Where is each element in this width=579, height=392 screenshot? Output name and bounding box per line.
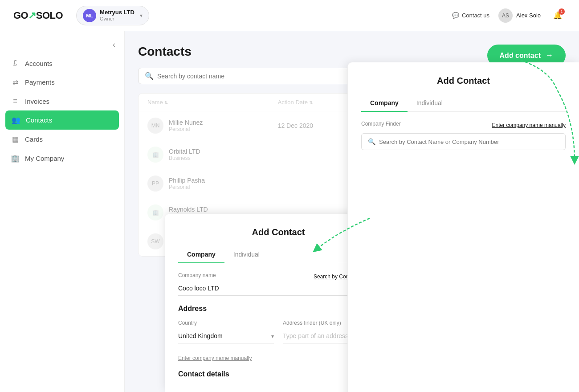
chat-icon: 💬	[452, 12, 459, 19]
contacts-icon: 👥	[12, 116, 20, 124]
sidebar-item-accounts[interactable]: £ Accounts	[0, 54, 124, 73]
modal-right-tabs: Company Individual	[361, 95, 566, 112]
search-icon: 🔍	[145, 72, 154, 80]
company-icon: 🏢	[11, 154, 20, 163]
avatar: AS	[498, 8, 513, 23]
enter-company-manually-link[interactable]: Enter company name manually	[492, 122, 566, 128]
company-finder-search: 🔍	[361, 133, 566, 150]
company-finder-label: Company Finder	[361, 121, 401, 127]
modal-right-tab-individual[interactable]: Individual	[408, 95, 452, 111]
sidebar-item-payments[interactable]: ⇄ Payments	[0, 73, 124, 92]
company-name-label: Company name	[178, 272, 216, 278]
country-select[interactable]: United Kingdom	[178, 329, 274, 343]
country-label: Country	[178, 320, 274, 326]
company-name: Metryus LTD	[100, 9, 135, 16]
main-content: Contacts Add contact → 🔍 All Personal Bu…	[125, 31, 579, 392]
nav-right: 💬 Contact us AS Alex Solo 🔔 1	[452, 8, 566, 24]
modal-left-tab-individual[interactable]: Individual	[224, 246, 269, 263]
sidebar-item-cards[interactable]: ▦ Cards	[0, 130, 124, 149]
modal-left-tab-company[interactable]: Company	[178, 246, 224, 263]
sidebar-item-my-company[interactable]: 🏢 My Company	[0, 149, 124, 168]
sidebar-collapse-button[interactable]: ‹	[0, 40, 124, 54]
cards-icon: ▦	[11, 135, 20, 143]
modal-right-title: Add Contact	[361, 76, 566, 86]
user-name: Alex Solo	[516, 12, 541, 19]
app-layout: ‹ £ Accounts ⇄ Payments ≡ Invoices 👥 Con…	[0, 31, 579, 392]
arrow-right-icon: →	[545, 51, 553, 60]
user-info[interactable]: AS Alex Solo	[498, 8, 541, 23]
contact-us-button[interactable]: 💬 Contact us	[452, 12, 489, 19]
chevron-down-icon: ▾	[140, 12, 143, 19]
modal-right-tab-company[interactable]: Company	[361, 95, 408, 112]
country-group: Country United Kingdom ▾	[178, 320, 274, 343]
search-icon: 🔍	[368, 138, 375, 145]
collapse-icon: ‹	[113, 40, 115, 49]
pound-icon: £	[11, 59, 20, 67]
logo: GO↗SOLO	[13, 10, 63, 21]
navbar: GO↗SOLO ML Metryus LTD Owner ▾ 💬 Contact…	[0, 0, 579, 31]
company-finder-input[interactable]	[379, 139, 559, 145]
company-role: Owner	[100, 16, 135, 22]
sidebar-item-invoices[interactable]: ≡ Invoices	[0, 92, 124, 110]
add-contact-modal-right: Add Contact Company Individual Company F…	[347, 62, 579, 392]
notifications-button[interactable]: 🔔 1	[550, 8, 566, 24]
notification-badge: 1	[559, 8, 565, 15]
payments-icon: ⇄	[11, 78, 20, 86]
company-avatar: ML	[83, 9, 96, 22]
sidebar-item-contacts[interactable]: 👥 Contacts	[5, 110, 119, 130]
company-selector[interactable]: ML Metryus LTD Owner ▾	[76, 6, 149, 25]
invoices-icon: ≡	[11, 97, 20, 105]
sidebar: ‹ £ Accounts ⇄ Payments ≡ Invoices 👥 Con…	[0, 31, 125, 392]
